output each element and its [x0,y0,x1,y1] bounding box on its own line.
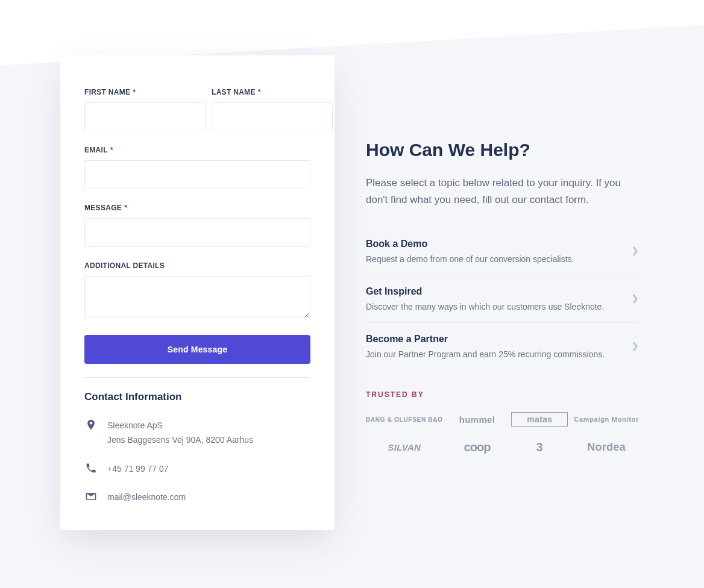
help-link-title: Get Inspired [366,286,604,297]
required-mark: * [258,88,261,96]
phone-icon [84,462,98,474]
email-label: EMAIL* [84,146,310,154]
trusted-logo: Nordea [574,439,639,455]
trusted-logo: hummel [449,411,506,428]
contact-company: Sleeknote ApS [107,419,253,433]
details-textarea[interactable] [84,276,310,318]
details-label-text: ADDITIONAL DETAILS [84,261,165,270]
contact-email-row: mail@sleeknote.com [84,490,310,505]
trusted-logo: matas [511,412,568,427]
email-icon [84,490,98,502]
trusted-logo: SILVAN [366,439,443,455]
chevron-right-icon [633,342,639,351]
required-mark: * [133,88,136,96]
trusted-logo-grid: BANG & OLUFSEN B&O hummel matas Campaign… [366,411,639,455]
help-link-become-partner[interactable]: Become a Partner Join our Partner Progra… [366,323,639,370]
location-pin-icon [84,419,98,431]
chevron-right-icon [633,246,639,256]
contact-form-card: FIRST NAME* LAST NAME* EMAIL* MESSAGE* [60,55,335,530]
email-label-text: EMAIL [84,146,108,154]
trusted-by-label: TRUSTED BY [366,390,639,399]
contact-phone-row: +45 71 99 77 07 [84,462,310,477]
last-name-label: LAST NAME* [212,88,333,96]
required-mark: * [124,204,127,212]
help-lead: Please select a topic below related to y… [366,175,631,208]
help-link-desc: Discover the many ways in which our cust… [366,302,604,311]
chevron-right-icon [633,294,639,304]
help-link-title: Book a Demo [366,239,574,249]
help-heading: How Can We Help? [366,140,639,160]
contact-info-heading: Contact Information [84,391,310,403]
trusted-logo: Campaign Monitor [574,411,639,428]
help-section: How Can We Help? Please select a topic b… [366,55,639,530]
trusted-logo: coop [449,439,506,455]
first-name-label-text: FIRST NAME [84,88,130,96]
help-link-book-demo[interactable]: Book a Demo Request a demo from one of o… [366,228,639,275]
message-input[interactable] [84,218,310,247]
trusted-logo: BANG & OLUFSEN B&O [366,411,443,428]
required-mark: * [110,146,113,154]
contact-phone: +45 71 99 77 07 [107,462,169,477]
contact-email: mail@sleeknote.com [107,490,186,505]
help-link-get-inspired[interactable]: Get Inspired Discover the many ways in w… [366,275,639,323]
details-label: ADDITIONAL DETAILS [84,261,310,270]
email-input[interactable] [84,160,310,189]
send-message-button[interactable]: Send Message [84,335,310,364]
trusted-logo: 3 [511,439,568,455]
help-link-title: Become a Partner [366,334,605,345]
first-name-input[interactable] [84,102,206,131]
help-link-desc: Join our Partner Program and earn 25% re… [366,349,605,359]
divider [84,377,310,378]
message-label: MESSAGE* [84,204,310,212]
last-name-label-text: LAST NAME [212,88,256,96]
message-label-text: MESSAGE [84,204,122,212]
last-name-input[interactable] [212,102,333,131]
contact-address-row: Sleeknote ApS Jens Baggesens Vej 90A, 82… [84,419,310,448]
first-name-label: FIRST NAME* [84,88,206,96]
contact-address: Jens Baggesens Vej 90A, 8200 Aarhus [107,433,253,448]
help-link-desc: Request a demo from one of our conversio… [366,254,574,264]
